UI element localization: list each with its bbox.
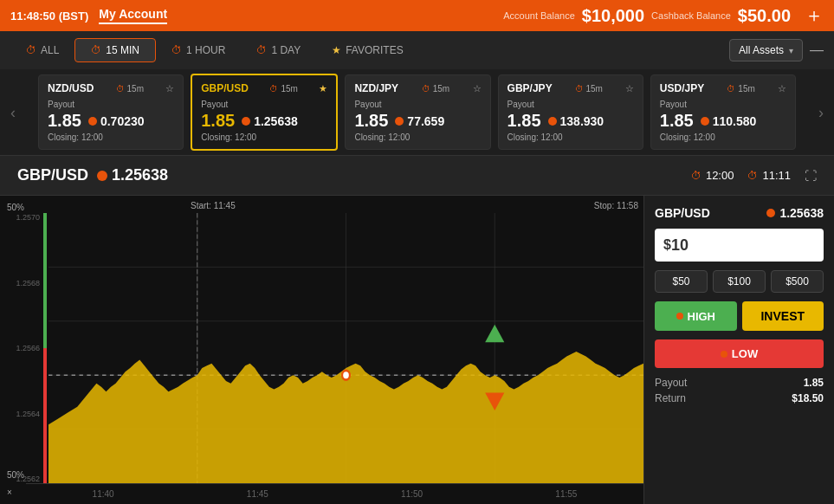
card-pair-gbpjpy: GBP/JPY [508, 82, 553, 94]
x-label-2: 11:45 [247, 489, 268, 499]
y-axis: 1.2570 1.2568 1.2566 1.2564 1.2562 [7, 213, 40, 483]
prev-card-button[interactable]: ‹ [10, 103, 16, 121]
card-price-nzdjpy: 77.659 [407, 114, 444, 128]
main-price-dot [97, 171, 107, 181]
card-price-usdjpy: 110.580 [713, 114, 757, 128]
chart-x-close[interactable]: × [7, 488, 12, 497]
cashback-balance-label: Cashback Balance [651, 10, 731, 21]
bottom-section: 50% 50% × Start: 11:45 Stop: 11:58 1.257… [0, 196, 834, 504]
card-pair-nzdusd: NZD/USD [48, 82, 94, 94]
card-nzdjpy[interactable]: NZD/JPY ⏱ 15m ☆ Payout 1.85 77.659 Closi… [345, 74, 490, 150]
y-label-2: 1.2568 [7, 279, 40, 288]
tab-1hour[interactable]: ⏱ 1 HOUR [156, 38, 241, 62]
rp-return-row: Return $18.50 [655, 392, 824, 404]
rp-presets: $50 $100 $500 [655, 270, 824, 293]
card-time-gbpjpy: ⏱ 15m [575, 84, 603, 94]
clock-icon-1h: ⏱ [171, 44, 182, 56]
expand-icon[interactable]: ⛶ [805, 169, 817, 183]
x-label-4: 11:55 [555, 489, 577, 499]
rp-payout-value: 1.85 [804, 377, 824, 389]
card-pair-nzdjpy: NZD/JPY [354, 82, 398, 94]
tab-15min[interactable]: ⏱ 15 MIN [74, 38, 156, 62]
preset-500-button[interactable]: $500 [771, 270, 824, 293]
price-dot-nzdusd [88, 117, 97, 126]
card-nzdusd[interactable]: NZD/USD ⏱ 15m ☆ Payout 1.85 0.70230 Clos… [38, 74, 184, 150]
card-time-nzdjpy: ⏱ 15m [422, 84, 449, 94]
card-price-nzdusd: 0.70230 [100, 114, 145, 128]
main-times: ⏱ 12:00 ⏱ 11:11 ⛶ [691, 169, 817, 183]
rp-price-block: 1.25638 [766, 206, 824, 220]
card-payout-label-gbpusd: Payout [201, 100, 327, 109]
card-gbpjpy[interactable]: GBP/JPY ⏱ 15m ☆ Payout 1.85 138.930 Clos… [498, 74, 643, 150]
card-usdjpy[interactable]: USD/JPY ⏱ 15m ☆ Payout 1.85 110.580 Clos… [650, 74, 796, 150]
chart-svg [48, 213, 643, 483]
cashback-balance: $50.00 [738, 6, 791, 26]
account-balance: $10,000 [582, 6, 644, 26]
top-bar-left: 11:48:50 (BST) My Account [10, 7, 167, 24]
right-panel: GBP/USD 1.25638 $ $50 $100 $500 HIGH INV… [643, 196, 834, 504]
card-gbpusd[interactable]: GBP/USD ⏱ 15m ★ Payout 1.85 1.25638 Clos… [191, 74, 338, 151]
main-pair: GBP/USD 1.25638 [17, 166, 168, 184]
tab-favorites[interactable]: ★ FAVORITES [316, 38, 418, 62]
card-price-block-nzdusd: 0.70230 [88, 114, 145, 128]
tabs-left: ⏱ ALL ⏱ 15 MIN ⏱ 1 HOUR ⏱ 1 DAY ★ FAVORI… [10, 38, 419, 62]
x-label-3: 11:50 [401, 489, 423, 499]
tabs-right: All Assets ▾ — [729, 39, 824, 61]
top-bar: 11:48:50 (BST) My Account Account Balanc… [0, 0, 834, 31]
card-payout-label-nzdjpy: Payout [354, 100, 481, 109]
rp-amount-input-row[interactable]: $ [655, 229, 824, 262]
y-label-3: 1.2566 [7, 344, 40, 352]
assets-dropdown[interactable]: All Assets ▾ [729, 39, 803, 61]
card-closing-nzdusd: Closing: 12:00 [48, 132, 174, 142]
star-nzdusd[interactable]: ☆ [165, 83, 174, 94]
main-pair-name: GBP/USD [17, 166, 88, 184]
card-payout-label-gbpjpy: Payout [508, 100, 634, 109]
svg-marker-10 [485, 325, 504, 342]
main-price: 1.25638 [112, 166, 168, 184]
x-label-1: 11:40 [93, 489, 114, 499]
preset-50-button[interactable]: $50 [655, 270, 708, 293]
clock-icon-1d: ⏱ [256, 44, 267, 56]
card-price-block-usdjpy: 110.580 [701, 114, 757, 128]
tab-1day[interactable]: ⏱ 1 DAY [241, 38, 316, 62]
high-button[interactable]: HIGH [655, 301, 737, 331]
clock-icon-gbpusd: ⏱ [269, 84, 278, 94]
top-bar-account[interactable]: My Account [99, 7, 167, 24]
rp-payout-row: Payout 1.85 [655, 377, 824, 389]
star-gbpusd[interactable]: ★ [319, 83, 327, 94]
star-nzdjpy[interactable]: ☆ [473, 83, 482, 94]
top-bar-time: 11:48:50 (BST) [10, 10, 88, 23]
star-gbpjpy[interactable]: ☆ [625, 83, 634, 94]
x-axis: 11:40 11:45 11:50 11:55 [26, 483, 643, 504]
add-funds-button[interactable]: ＋ [805, 3, 824, 29]
y-label-4: 1.2564 [7, 410, 40, 418]
rp-price: 1.25638 [779, 206, 824, 220]
clock-icon-usdjpy: ⏱ [727, 84, 735, 94]
price-dot-gbpusd [242, 117, 250, 126]
rp-amount-input[interactable] [671, 236, 834, 255]
rp-trade-buttons: HIGH INVEST [655, 301, 824, 331]
star-usdjpy[interactable]: ☆ [778, 83, 786, 94]
card-payout-val-usdjpy: 1.85 [660, 111, 694, 131]
card-closing-usdjpy: Closing: 12:00 [660, 132, 786, 142]
next-card-button[interactable]: › [818, 103, 824, 121]
tabs-bar: ⏱ ALL ⏱ 15 MIN ⏱ 1 HOUR ⏱ 1 DAY ★ FAVORI… [0, 31, 834, 69]
tab-all[interactable]: ⏱ ALL [10, 38, 74, 62]
price-dot-nzdjpy [395, 117, 404, 126]
main-current-time: ⏱ 11:11 [747, 169, 791, 182]
card-payout-val-gbpjpy: 1.85 [508, 111, 541, 131]
card-closing-nzdjpy: Closing: 12:00 [354, 132, 481, 142]
chart-label-50-top: 50% [7, 203, 24, 212]
preset-100-button[interactable]: $100 [713, 270, 766, 293]
card-payout-label-nzdusd: Payout [48, 100, 174, 109]
card-closing-gbpjpy: Closing: 12:00 [508, 132, 634, 142]
low-button[interactable]: LOW [655, 339, 824, 368]
card-pair-gbpusd: GBP/USD [201, 82, 249, 94]
invest-button[interactable]: INVEST [742, 301, 824, 331]
rp-return-label: Return [655, 392, 686, 404]
main-close-time: ⏱ 12:00 [691, 169, 734, 182]
menu-icon[interactable]: — [810, 42, 824, 58]
card-pair-usdjpy: USD/JPY [660, 82, 704, 94]
low-dot [721, 351, 727, 358]
rp-stats: Payout 1.85 Return $18.50 [655, 377, 824, 404]
